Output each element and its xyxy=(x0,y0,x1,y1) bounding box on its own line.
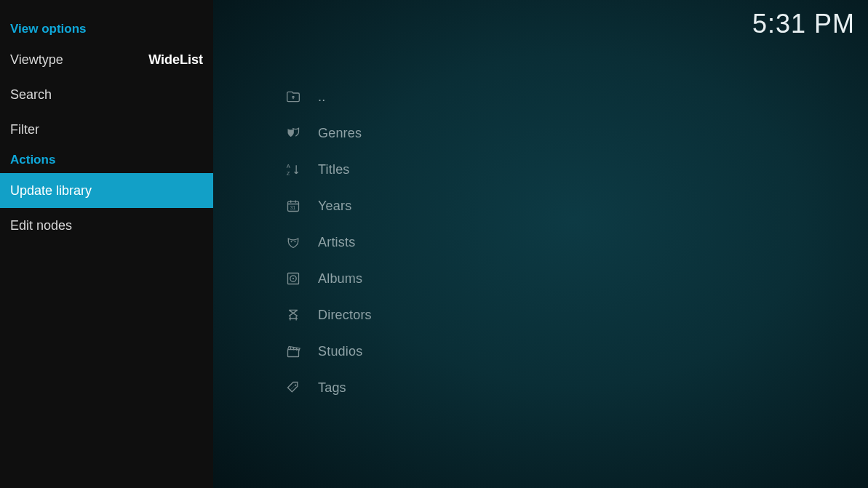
list-item-label: Years xyxy=(318,199,351,214)
folder-up-icon xyxy=(286,89,300,104)
list-item-artists[interactable]: Artists xyxy=(286,224,664,260)
mask-artist-icon xyxy=(286,235,300,249)
svg-point-5 xyxy=(295,241,296,242)
clock: 5:31 PM xyxy=(752,9,855,39)
list-item-label: Directors xyxy=(318,308,372,323)
list-item-albums[interactable]: Albums xyxy=(286,260,664,297)
list-item-titles[interactable]: A Z Titles xyxy=(286,151,664,188)
sort-alpha-icon: A Z xyxy=(286,162,300,177)
list-item-directors[interactable]: Directors xyxy=(286,297,664,333)
clapperboard-icon xyxy=(286,344,300,359)
svg-text:Z: Z xyxy=(287,170,290,177)
album-icon xyxy=(286,271,300,286)
filter-label: Filter xyxy=(10,122,39,137)
content-list: .. Genres A Z Titles 31 Years Artists xyxy=(286,79,664,406)
filter-row[interactable]: Filter xyxy=(0,112,213,147)
search-label: Search xyxy=(10,87,52,103)
masks-icon xyxy=(286,126,300,140)
svg-point-4 xyxy=(291,241,292,242)
list-item-studios[interactable]: Studios xyxy=(286,333,664,369)
list-item-parent[interactable]: .. xyxy=(286,79,664,115)
actions-heading: Actions xyxy=(0,153,213,167)
view-options-heading: View options xyxy=(0,22,213,36)
list-item-label: Studios xyxy=(318,344,362,359)
viewtype-value: WideList xyxy=(148,52,203,68)
viewtype-row[interactable]: Viewtype WideList xyxy=(0,42,213,77)
search-row[interactable]: Search xyxy=(0,77,213,112)
list-item-label: Artists xyxy=(318,235,355,250)
list-item-label: .. xyxy=(318,89,325,105)
list-item-label: Genres xyxy=(318,126,362,141)
svg-point-8 xyxy=(292,278,294,279)
update-library-label: Update library xyxy=(10,183,92,199)
list-item-label: Albums xyxy=(318,271,362,287)
edit-nodes-row[interactable]: Edit nodes xyxy=(0,208,213,243)
list-item-years[interactable]: 31 Years xyxy=(286,188,664,224)
tags-icon xyxy=(286,380,300,395)
list-item-label: Tags xyxy=(318,380,346,396)
svg-text:A: A xyxy=(287,163,290,169)
side-options-panel: View options Viewtype WideList Search Fi… xyxy=(0,0,213,488)
list-item-genres[interactable]: Genres xyxy=(286,115,664,151)
list-item-label: Titles xyxy=(318,162,350,177)
viewtype-label: Viewtype xyxy=(10,52,63,68)
list-item-tags[interactable]: Tags xyxy=(286,369,664,406)
update-library-row[interactable]: Update library xyxy=(0,173,213,208)
edit-nodes-label: Edit nodes xyxy=(10,218,72,233)
director-chair-icon xyxy=(286,308,300,322)
svg-text:31: 31 xyxy=(290,205,296,210)
calendar-icon: 31 xyxy=(286,199,300,213)
